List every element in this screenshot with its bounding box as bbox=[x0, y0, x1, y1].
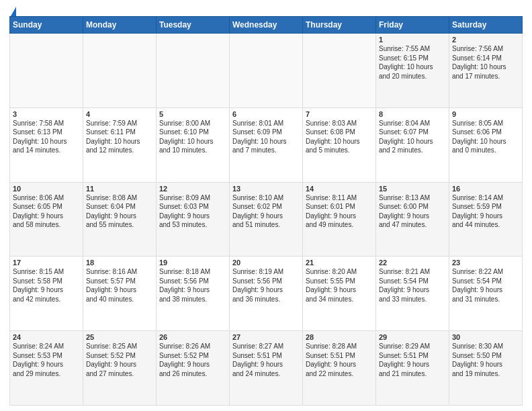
day-info: Sunrise: 8:28 AM Sunset: 5:51 PM Dayligh… bbox=[306, 342, 373, 378]
day-info: Sunrise: 8:13 AM Sunset: 6:00 PM Dayligh… bbox=[379, 193, 446, 230]
calendar-cell: 12Sunrise: 8:09 AM Sunset: 6:03 PM Dayli… bbox=[157, 182, 230, 257]
day-number: 18 bbox=[86, 259, 153, 267]
day-info: Sunrise: 8:14 AM Sunset: 5:59 PM Dayligh… bbox=[452, 193, 519, 230]
day-info: Sunrise: 8:11 AM Sunset: 6:01 PM Dayligh… bbox=[306, 193, 373, 230]
calendar-cell: 5Sunrise: 8:00 AM Sunset: 6:10 PM Daylig… bbox=[157, 107, 230, 182]
calendar-cell bbox=[10, 34, 83, 108]
day-number: 23 bbox=[452, 259, 519, 267]
day-info: Sunrise: 8:25 AM Sunset: 5:52 PM Dayligh… bbox=[86, 342, 153, 378]
weekday-header-sunday: Sunday bbox=[10, 17, 83, 34]
calendar-cell: 6Sunrise: 8:01 AM Sunset: 6:09 PM Daylig… bbox=[230, 107, 303, 182]
day-info: Sunrise: 8:03 AM Sunset: 6:08 PM Dayligh… bbox=[306, 119, 373, 155]
day-info: Sunrise: 8:20 AM Sunset: 5:55 PM Dayligh… bbox=[306, 267, 373, 304]
calendar-cell bbox=[83, 34, 157, 108]
calendar-cell: 4Sunrise: 7:59 AM Sunset: 6:11 PM Daylig… bbox=[83, 107, 157, 182]
calendar-cell: 28Sunrise: 8:28 AM Sunset: 5:51 PM Dayli… bbox=[303, 331, 376, 406]
calendar-cell: 13Sunrise: 8:10 AM Sunset: 6:02 PM Dayli… bbox=[230, 182, 303, 257]
week-row-0: 1Sunrise: 7:55 AM Sunset: 6:15 PM Daylig… bbox=[10, 34, 523, 108]
week-row-2: 10Sunrise: 8:06 AM Sunset: 6:05 PM Dayli… bbox=[10, 182, 523, 257]
day-number: 21 bbox=[306, 259, 373, 267]
weekday-header-thursday: Thursday bbox=[303, 17, 376, 34]
day-info: Sunrise: 7:55 AM Sunset: 6:15 PM Dayligh… bbox=[379, 44, 446, 81]
calendar-cell: 9Sunrise: 8:05 AM Sunset: 6:06 PM Daylig… bbox=[449, 107, 523, 182]
calendar-cell: 7Sunrise: 8:03 AM Sunset: 6:08 PM Daylig… bbox=[303, 107, 376, 182]
day-info: Sunrise: 8:10 AM Sunset: 6:02 PM Dayligh… bbox=[232, 193, 300, 230]
day-info: Sunrise: 8:26 AM Sunset: 5:52 PM Dayligh… bbox=[159, 342, 226, 378]
calendar-cell: 19Sunrise: 8:18 AM Sunset: 5:56 PM Dayli… bbox=[157, 257, 230, 331]
week-row-4: 24Sunrise: 8:24 AM Sunset: 5:53 PM Dayli… bbox=[10, 331, 523, 406]
calendar-cell: 1Sunrise: 7:55 AM Sunset: 6:15 PM Daylig… bbox=[376, 34, 449, 108]
day-number: 9 bbox=[452, 110, 519, 118]
calendar-cell: 11Sunrise: 8:08 AM Sunset: 6:04 PM Dayli… bbox=[83, 182, 157, 257]
day-number: 11 bbox=[86, 185, 153, 193]
day-number: 2 bbox=[452, 36, 519, 44]
week-row-1: 3Sunrise: 7:58 AM Sunset: 6:13 PM Daylig… bbox=[10, 107, 523, 182]
day-info: Sunrise: 8:08 AM Sunset: 6:04 PM Dayligh… bbox=[86, 193, 153, 230]
weekday-header-monday: Monday bbox=[83, 17, 157, 34]
day-number: 7 bbox=[306, 110, 373, 118]
day-number: 8 bbox=[379, 110, 446, 118]
calendar-table: SundayMondayTuesdayWednesdayThursdayFrid… bbox=[9, 16, 523, 406]
calendar-cell: 21Sunrise: 8:20 AM Sunset: 5:55 PM Dayli… bbox=[303, 257, 376, 331]
calendar-cell bbox=[230, 34, 303, 108]
day-number: 3 bbox=[13, 110, 80, 118]
day-number: 19 bbox=[159, 259, 226, 267]
day-info: Sunrise: 8:24 AM Sunset: 5:53 PM Dayligh… bbox=[13, 342, 80, 378]
calendar-cell: 2Sunrise: 7:56 AM Sunset: 6:14 PM Daylig… bbox=[449, 34, 523, 108]
day-info: Sunrise: 8:05 AM Sunset: 6:06 PM Dayligh… bbox=[452, 119, 519, 155]
day-number: 28 bbox=[306, 333, 373, 341]
day-number: 16 bbox=[452, 185, 519, 193]
day-info: Sunrise: 8:21 AM Sunset: 5:54 PM Dayligh… bbox=[379, 267, 446, 304]
calendar-cell: 8Sunrise: 8:04 AM Sunset: 6:07 PM Daylig… bbox=[376, 107, 449, 182]
day-number: 25 bbox=[86, 333, 153, 341]
day-info: Sunrise: 8:01 AM Sunset: 6:09 PM Dayligh… bbox=[232, 119, 300, 155]
calendar-cell: 18Sunrise: 8:16 AM Sunset: 5:57 PM Dayli… bbox=[83, 257, 157, 331]
calendar-cell: 29Sunrise: 8:29 AM Sunset: 5:51 PM Dayli… bbox=[376, 331, 449, 406]
calendar-cell bbox=[157, 34, 230, 108]
day-number: 15 bbox=[379, 185, 446, 193]
calendar-cell: 15Sunrise: 8:13 AM Sunset: 6:00 PM Dayli… bbox=[376, 182, 449, 257]
day-number: 4 bbox=[86, 110, 153, 118]
day-number: 27 bbox=[232, 333, 300, 341]
calendar-cell: 30Sunrise: 8:30 AM Sunset: 5:50 PM Dayli… bbox=[449, 331, 523, 406]
day-info: Sunrise: 8:27 AM Sunset: 5:51 PM Dayligh… bbox=[232, 342, 300, 378]
logo-triangle-icon bbox=[11, 7, 16, 16]
calendar-cell: 14Sunrise: 8:11 AM Sunset: 6:01 PM Dayli… bbox=[303, 182, 376, 257]
day-info: Sunrise: 8:09 AM Sunset: 6:03 PM Dayligh… bbox=[159, 193, 226, 230]
day-number: 30 bbox=[452, 333, 519, 341]
day-info: Sunrise: 8:06 AM Sunset: 6:05 PM Dayligh… bbox=[13, 193, 80, 230]
weekday-header-friday: Friday bbox=[376, 17, 449, 34]
calendar-cell: 16Sunrise: 8:14 AM Sunset: 5:59 PM Dayli… bbox=[449, 182, 523, 257]
day-info: Sunrise: 8:00 AM Sunset: 6:10 PM Dayligh… bbox=[159, 119, 226, 155]
day-info: Sunrise: 8:18 AM Sunset: 5:56 PM Dayligh… bbox=[159, 267, 226, 304]
day-info: Sunrise: 7:56 AM Sunset: 6:14 PM Dayligh… bbox=[452, 44, 519, 81]
logo bbox=[9, 7, 16, 15]
day-number: 17 bbox=[13, 259, 80, 267]
calendar-cell: 26Sunrise: 8:26 AM Sunset: 5:52 PM Dayli… bbox=[157, 331, 230, 406]
calendar-cell: 17Sunrise: 8:15 AM Sunset: 5:58 PM Dayli… bbox=[10, 257, 83, 331]
week-row-3: 17Sunrise: 8:15 AM Sunset: 5:58 PM Dayli… bbox=[10, 257, 523, 331]
day-number: 1 bbox=[379, 36, 446, 44]
day-info: Sunrise: 8:30 AM Sunset: 5:50 PM Dayligh… bbox=[452, 342, 519, 378]
calendar-header: SundayMondayTuesdayWednesdayThursdayFrid… bbox=[10, 17, 523, 34]
day-number: 12 bbox=[159, 185, 226, 193]
calendar-cell: 24Sunrise: 8:24 AM Sunset: 5:53 PM Dayli… bbox=[10, 331, 83, 406]
day-number: 10 bbox=[13, 185, 80, 193]
calendar-cell: 3Sunrise: 7:58 AM Sunset: 6:13 PM Daylig… bbox=[10, 107, 83, 182]
calendar-cell: 27Sunrise: 8:27 AM Sunset: 5:51 PM Dayli… bbox=[230, 331, 303, 406]
calendar-body: 1Sunrise: 7:55 AM Sunset: 6:15 PM Daylig… bbox=[10, 34, 523, 406]
weekday-header-wednesday: Wednesday bbox=[230, 17, 303, 34]
day-number: 20 bbox=[232, 259, 300, 267]
day-info: Sunrise: 8:22 AM Sunset: 5:54 PM Dayligh… bbox=[452, 267, 519, 304]
calendar-cell: 10Sunrise: 8:06 AM Sunset: 6:05 PM Dayli… bbox=[10, 182, 83, 257]
calendar-cell: 25Sunrise: 8:25 AM Sunset: 5:52 PM Dayli… bbox=[83, 331, 157, 406]
day-info: Sunrise: 8:16 AM Sunset: 5:57 PM Dayligh… bbox=[86, 267, 153, 304]
weekday-header-tuesday: Tuesday bbox=[157, 17, 230, 34]
header bbox=[9, 7, 523, 15]
calendar-cell bbox=[303, 34, 376, 108]
day-number: 26 bbox=[159, 333, 226, 341]
weekday-header-saturday: Saturday bbox=[449, 17, 523, 34]
day-number: 6 bbox=[232, 110, 300, 118]
day-number: 14 bbox=[306, 185, 373, 193]
day-info: Sunrise: 8:15 AM Sunset: 5:58 PM Dayligh… bbox=[13, 267, 80, 304]
